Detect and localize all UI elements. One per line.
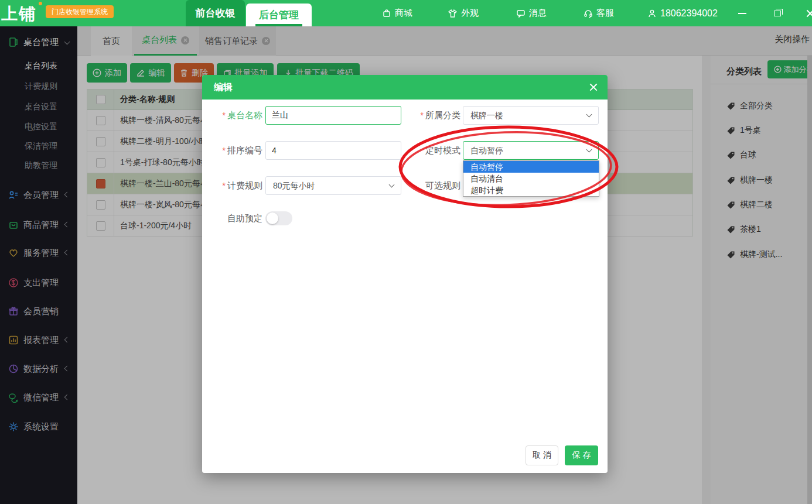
- dropdown-option[interactable]: 超时计费: [463, 184, 599, 196]
- category-select-value: 棋牌一楼: [470, 111, 503, 120]
- menu-mall-label: 商城: [395, 8, 412, 19]
- top-bar: 上铺 门店收银管理系统 前台收银 后台管理 商城 外观 消息 客服 180623…: [0, 0, 812, 26]
- field-label-optional-rule: 可选规则: [400, 176, 460, 195]
- edit-dialog-header: 编辑: [202, 75, 608, 100]
- menu-mall[interactable]: 商城: [382, 0, 412, 26]
- restore-button[interactable]: [769, 0, 786, 26]
- headset-icon: [584, 9, 593, 18]
- back-tab-indicator: [255, 24, 302, 26]
- mall-icon: [382, 9, 391, 18]
- tab-front-cashier[interactable]: 前台收银: [186, 0, 245, 26]
- table-name-input[interactable]: [265, 106, 401, 125]
- account-phone-number: 18062394002: [660, 8, 718, 19]
- toggle-knob: [267, 212, 278, 224]
- close-icon: [589, 83, 598, 92]
- cancel-button[interactable]: 取 消: [526, 445, 558, 465]
- menu-appearance-label: 外观: [461, 8, 479, 19]
- menu-support[interactable]: 客服: [584, 0, 614, 26]
- required-mark: *: [420, 110, 424, 120]
- timer-mode-select[interactable]: 自动暂停: [463, 141, 599, 160]
- restore-icon: [774, 11, 781, 16]
- logo-accent-dot: [39, 2, 42, 5]
- app-window: 上铺 门店收银管理系统 前台收银 后台管理 商城 外观 消息 客服 180623…: [0, 0, 812, 504]
- shirt-icon: [448, 9, 458, 18]
- chat-bubble-icon: [516, 9, 526, 18]
- edit-dialog: 编辑 *桌台名称 *所属分类 棋牌一楼 *排序编号 定时模式 自动暂停 *计费: [202, 75, 608, 473]
- menu-messages-label: 消息: [529, 8, 547, 19]
- required-mark: *: [222, 110, 226, 120]
- menu-appearance[interactable]: 外观: [448, 0, 479, 26]
- user-icon: [647, 9, 657, 18]
- edit-dialog-title: 编辑: [214, 81, 233, 94]
- field-label-timer-mode: 定时模式: [400, 141, 460, 160]
- field-label-category: *所属分类: [400, 106, 460, 125]
- sort-no-input[interactable]: [265, 141, 401, 160]
- chevron-down-icon: [389, 182, 395, 188]
- close-icon: [806, 9, 812, 18]
- required-mark: *: [222, 145, 226, 155]
- minimize-icon: [738, 13, 746, 14]
- timer-mode-dropdown-list: 自动暂停 自动清台 超时计费: [463, 160, 599, 197]
- dropdown-option-selected[interactable]: 自动暂停: [463, 161, 599, 173]
- menu-messages[interactable]: 消息: [516, 0, 547, 26]
- self-booking-toggle[interactable]: [265, 211, 292, 225]
- account-phone[interactable]: 18062394002: [647, 0, 718, 26]
- save-button[interactable]: 保 存: [565, 445, 598, 465]
- dialog-close-button[interactable]: [589, 83, 598, 92]
- system-badge: 门店收银管理系统: [46, 5, 114, 18]
- billing-rule-select[interactable]: 80元每小时: [265, 176, 401, 195]
- billing-rule-select-value: 80元每小时: [273, 181, 315, 190]
- field-label-billing-rule: *计费规则: [202, 176, 262, 195]
- category-select[interactable]: 棋牌一楼: [463, 106, 599, 125]
- tab-back-management[interactable]: 后台管理: [246, 4, 312, 26]
- app-logo: 上铺: [1, 3, 36, 25]
- field-label-sort-no: *排序编号: [202, 141, 262, 160]
- minimize-button[interactable]: [733, 0, 751, 26]
- chevron-down-icon: [586, 147, 592, 153]
- timer-mode-select-value: 自动暂停: [470, 146, 503, 155]
- menu-support-label: 客服: [596, 8, 614, 19]
- chevron-down-icon: [586, 112, 592, 118]
- field-label-self-booking: 自助预定: [202, 209, 262, 228]
- close-window-button[interactable]: [801, 0, 812, 26]
- dropdown-option[interactable]: 自动清台: [463, 173, 599, 184]
- field-label-table-name: *桌台名称: [202, 106, 262, 125]
- required-mark: *: [222, 180, 226, 190]
